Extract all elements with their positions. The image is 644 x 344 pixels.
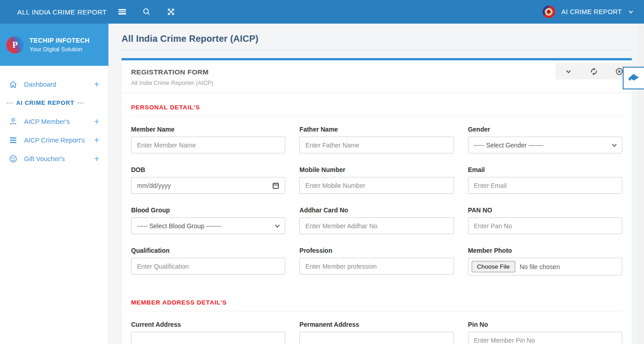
calendar-icon[interactable] [272,182,279,189]
field-pan: PAN NO [468,206,622,234]
permanent-address-textarea[interactable] [299,332,454,344]
home-icon [8,80,18,89]
pan-label: PAN NO [468,206,622,214]
gender-label: Gender [468,126,622,133]
plus-icon[interactable]: + [94,136,99,145]
card-title: REGISTRATION FORM [131,68,622,76]
sidebar-item-label: Gift Voucher's [24,155,94,162]
smiley-icon [8,154,18,163]
field-qualification: Qualification [131,247,285,275]
aadhar-input[interactable] [299,217,454,234]
chevron-down-icon [628,9,634,15]
collapse-card-icon[interactable] [562,65,574,77]
card-tools [556,63,632,79]
topbar: ALL INDIA CRIME REPORT AI CRIM [0,0,644,24]
plus-icon[interactable]: + [94,154,99,163]
theme-customizer-button[interactable] [623,67,644,89]
sidebar-item-aicp-crime-reports[interactable]: AICP Crime Report's + [0,131,108,149]
field-current-address: Current Address [131,321,285,344]
mobile-input[interactable] [299,177,454,194]
profile-label: AI CRIME REPORT [561,8,622,15]
fullscreen-icon[interactable] [166,6,176,17]
refresh-icon[interactable] [588,65,600,77]
brand-logo: P [6,36,24,54]
sidebar-item-gift-vouchers[interactable]: Gift Voucher's + [0,149,108,168]
permanent-address-label: Permanent Address [299,321,454,328]
blood-group-select[interactable]: ----- Select Blood Group ------- [131,217,285,234]
list-icon [8,136,18,145]
brand-name: TECHIP INFOTECH [29,37,90,44]
field-mobile: Mobile Number [299,166,454,194]
sidebar-section-label: AI CRIME REPORT [16,99,74,106]
file-status-text: No file chosen [520,263,560,270]
field-email: Email [468,166,622,194]
search-icon[interactable] [141,6,152,17]
pan-input[interactable] [468,217,622,234]
main-content: All India Crime Reporter (AICP) [109,24,638,344]
gender-select[interactable]: ----- Select Gender ------- [468,137,622,153]
father-name-label: Father Name [299,126,454,133]
member-name-label: Member Name [131,126,285,133]
sidebar-section-header: --- AI CRIME REPORT --- [0,93,108,112]
sidebar-item-dashboard[interactable]: Dashboard + [0,75,108,93]
field-aadhar: Addhar Card No [299,206,454,234]
sidebar-item-label: Dashboard [24,81,94,88]
qualification-label: Qualification [131,247,285,254]
current-address-textarea[interactable] [131,332,285,344]
field-dob: DOB mm/dd/yyyy [131,166,285,194]
card-subtitle: All India Crime Reporter (AICP) [131,79,622,86]
father-name-input[interactable] [299,137,454,153]
plus-icon[interactable]: + [94,80,99,89]
profile-menu[interactable]: AI CRIME REPORT [542,5,644,19]
sidebar-item-label: AICP Crime Report's [24,137,94,144]
mobile-label: Mobile Number [299,166,454,173]
sidebar-item-label: AICP Member's [24,118,94,125]
email-label: Email [468,166,622,173]
brand-area: P TECHIP INFOTECH Your Digital Solution [0,24,108,66]
choose-file-button[interactable]: Choose File [472,261,515,272]
current-address-label: Current Address [131,321,285,328]
dob-label: DOB [131,166,285,173]
registration-card: REGISTRATION FORM All India Crime Report… [122,58,632,344]
field-pin-no: Pin No [468,321,622,344]
section-personal-details: PERSONAL DETAIL'S [131,104,622,111]
field-permanent-address: Permanent Address [299,321,454,344]
dob-input[interactable]: mm/dd/yyyy [131,177,285,194]
menu-toggle-icon[interactable] [117,6,127,17]
member-photo-label: Member Photo [468,247,622,254]
profession-input[interactable] [299,258,454,275]
field-profession: Profession [299,247,454,275]
brand-tagline: Your Digital Solution [29,46,90,53]
field-member-name: Member Name [131,126,285,153]
aadhar-label: Addhar Card No [299,206,454,214]
email-input[interactable] [468,177,622,194]
app-title: ALL INDIA CRIME REPORT [0,8,107,16]
member-photo-input[interactable]: Choose File No file chosen [468,258,622,275]
qualification-input[interactable] [131,258,285,275]
plus-icon[interactable]: + [94,117,99,126]
pin-no-input[interactable] [468,332,622,344]
field-father-name: Father Name [299,126,454,153]
member-name-input[interactable] [131,137,285,153]
field-gender: Gender ----- Select Gender ------- [468,126,622,153]
field-member-photo: Member Photo Choose File No file chosen [468,247,622,275]
paint-icon [628,73,640,84]
field-blood-group: Blood Group ----- Select Blood Group ---… [131,206,285,234]
sidebar-item-aicp-members[interactable]: AICP Member's + [0,112,108,131]
section-member-address-details: MEMBER ADDRESS DETAIL'S [131,299,622,306]
sidebar: P TECHIP INFOTECH Your Digital Solution … [0,24,109,344]
blood-group-label: Blood Group [131,206,285,214]
pin-no-label: Pin No [468,321,622,328]
app-badge-logo [542,5,556,19]
page-title: All India Crime Reporter (AICP) [122,34,632,44]
profession-label: Profession [299,247,454,254]
user-icon [8,117,18,126]
